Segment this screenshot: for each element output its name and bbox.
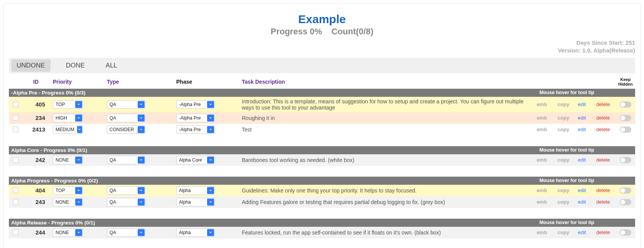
copy-action[interactable]: copy bbox=[553, 101, 573, 108]
copy-action[interactable]: copy bbox=[553, 229, 573, 236]
tooltip-hint: Mouse hover for tool tip bbox=[539, 147, 594, 153]
edit-action[interactable]: edit bbox=[573, 156, 590, 164]
row-checkbox[interactable] bbox=[13, 157, 19, 163]
group-header: Alpha Core - Progress 0% (0/1)Mouse hove… bbox=[9, 146, 635, 154]
copy-action[interactable]: copy bbox=[553, 187, 573, 194]
copy-action[interactable]: copy bbox=[553, 114, 573, 121]
delete-action[interactable]: delete bbox=[590, 229, 616, 236]
chevron-down-icon bbox=[207, 115, 214, 121]
phase-select[interactable]: Alpha Release bbox=[176, 228, 215, 237]
type-select[interactable]: QA bbox=[107, 100, 145, 109]
keep-hidden-toggle[interactable] bbox=[620, 115, 631, 121]
phase-select-value: Alpha Progress bbox=[177, 198, 207, 206]
keep-hidden-toggle[interactable] bbox=[620, 157, 631, 163]
priority-select-value: TOP bbox=[53, 187, 75, 194]
edit-action[interactable]: edit bbox=[573, 229, 590, 236]
type-select[interactable]: QA bbox=[107, 198, 145, 206]
emb-action[interactable]: emb bbox=[530, 101, 553, 108]
task-id: 405 bbox=[20, 100, 51, 108]
emb-action[interactable]: emb bbox=[530, 156, 553, 164]
type-select-value: QA bbox=[107, 101, 137, 108]
tab-all[interactable]: ALL bbox=[100, 59, 123, 72]
row-checkbox[interactable] bbox=[13, 199, 19, 205]
chevron-down-icon bbox=[207, 199, 214, 206]
row-checkbox[interactable] bbox=[13, 127, 19, 132]
keep-hidden-toggle[interactable] bbox=[620, 127, 631, 133]
col-keep-hidden: Keep Hidden bbox=[616, 76, 635, 87]
task-id: 243 bbox=[20, 198, 51, 206]
tab-undone[interactable]: UNDONE bbox=[11, 59, 51, 72]
copy-action[interactable]: copy bbox=[553, 126, 573, 133]
priority-select[interactable]: MEDIUM bbox=[53, 125, 83, 134]
type-select-value: QA bbox=[107, 187, 137, 194]
emb-action[interactable]: emb bbox=[530, 187, 553, 194]
phase-select[interactable]: Alpha Progress bbox=[176, 186, 215, 195]
priority-select[interactable]: NONE bbox=[53, 228, 83, 237]
keep-hidden-toggle[interactable] bbox=[620, 187, 631, 194]
phase-select[interactable]: Alpha Progress bbox=[176, 198, 215, 206]
chevron-down-icon bbox=[138, 199, 145, 206]
keep-hidden-toggle[interactable] bbox=[620, 229, 631, 236]
col-priority[interactable]: Priority bbox=[51, 78, 105, 86]
row-checkbox[interactable] bbox=[13, 187, 19, 193]
copy-action[interactable]: copy bbox=[553, 198, 573, 206]
delete-action[interactable]: delete bbox=[590, 101, 616, 108]
col-phase: Phase bbox=[175, 78, 240, 86]
task-description: Features locked, run the app self-contai… bbox=[240, 229, 530, 236]
priority-select-value: NONE bbox=[53, 156, 75, 164]
phase-select[interactable]: Alpha Core bbox=[176, 156, 215, 164]
priority-select[interactable]: TOP bbox=[53, 100, 83, 109]
emb-action[interactable]: emb bbox=[530, 198, 553, 206]
phase-select[interactable]: -Alpha Pre bbox=[176, 100, 215, 109]
priority-select-value: TOP bbox=[53, 101, 75, 108]
type-select[interactable]: QA bbox=[107, 186, 145, 195]
delete-action[interactable]: delete bbox=[590, 187, 616, 194]
keep-hidden-toggle[interactable] bbox=[620, 199, 631, 205]
phase-select[interactable]: -Alpha Pre bbox=[176, 114, 215, 122]
priority-select[interactable]: HIGH bbox=[53, 114, 83, 122]
priority-select-value: HIGH bbox=[53, 114, 75, 122]
edit-action[interactable]: edit bbox=[573, 187, 590, 194]
copy-action[interactable]: copy bbox=[553, 156, 573, 164]
tooltip-hint: Mouse hover for tool tip bbox=[539, 220, 594, 225]
type-select[interactable]: QA bbox=[107, 228, 145, 237]
row-checkbox[interactable] bbox=[13, 115, 19, 121]
priority-select-value: MEDIUM bbox=[53, 126, 77, 133]
tab-done[interactable]: DONE bbox=[61, 59, 90, 72]
col-task[interactable]: Task Description bbox=[240, 78, 530, 86]
task-row: 234HIGHQA-Alpha PreRoughing it inembcopy… bbox=[9, 112, 635, 124]
days-since-start: Days Since Start: 251 bbox=[9, 39, 635, 47]
col-type[interactable]: Type bbox=[105, 78, 175, 86]
edit-action[interactable]: edit bbox=[573, 101, 590, 108]
chevron-down-icon bbox=[138, 126, 145, 133]
col-id[interactable]: ID bbox=[20, 78, 51, 86]
chevron-down-icon bbox=[138, 187, 145, 194]
priority-select[interactable]: TOP bbox=[53, 186, 83, 195]
priority-select[interactable]: NONE bbox=[53, 156, 83, 164]
delete-action[interactable]: delete bbox=[590, 126, 616, 133]
delete-action[interactable]: delete bbox=[590, 198, 616, 206]
type-select[interactable]: QA bbox=[107, 114, 145, 122]
edit-action[interactable]: edit bbox=[573, 198, 590, 206]
chevron-down-icon bbox=[207, 157, 214, 164]
chevron-down-icon bbox=[75, 229, 82, 236]
chevron-down-icon bbox=[75, 115, 82, 121]
phase-select[interactable]: -Alpha Pre bbox=[176, 125, 215, 134]
keep-hidden-toggle[interactable] bbox=[620, 101, 631, 108]
emb-action[interactable]: emb bbox=[530, 229, 553, 236]
edit-action[interactable]: edit bbox=[573, 114, 590, 121]
row-checkbox[interactable] bbox=[13, 229, 19, 235]
chevron-down-icon bbox=[207, 126, 214, 133]
emb-action[interactable]: emb bbox=[530, 114, 553, 121]
priority-select[interactable]: NONE bbox=[53, 198, 83, 206]
column-headers: ID Priority Type Phase Task Description … bbox=[9, 73, 635, 89]
delete-action[interactable]: delete bbox=[590, 114, 616, 121]
type-select[interactable]: QA bbox=[107, 156, 145, 164]
type-select[interactable]: CONSIDER bbox=[107, 125, 145, 134]
group-title: -Alpha Pre - Progress 0% (0/3) bbox=[11, 90, 86, 96]
chevron-down-icon bbox=[138, 101, 145, 108]
row-checkbox[interactable] bbox=[13, 101, 19, 107]
delete-action[interactable]: delete bbox=[590, 156, 616, 164]
emb-action[interactable]: emb bbox=[530, 126, 553, 133]
edit-action[interactable]: edit bbox=[573, 126, 590, 133]
